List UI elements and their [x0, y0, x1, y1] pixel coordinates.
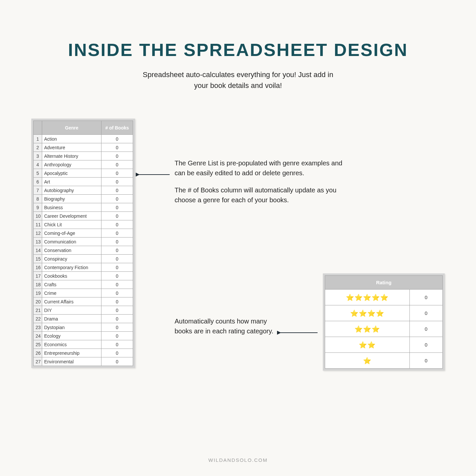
row-number: 3 — [34, 152, 42, 160]
table-row: 15Conspiracy0 — [34, 255, 133, 263]
genre-name: Environmental — [42, 357, 101, 366]
row-number: 14 — [34, 246, 42, 255]
rating-table: Rating ⭐⭐⭐⭐⭐0⭐⭐⭐⭐0⭐⭐⭐0⭐⭐0⭐0 — [325, 275, 443, 369]
genre-count: 0 — [101, 220, 133, 229]
genre-count: 0 — [101, 263, 133, 272]
genre-count: 0 — [101, 143, 133, 152]
table-row: 6Art0 — [34, 178, 133, 186]
table-row: 14Conservation0 — [34, 246, 133, 255]
genre-name: Current Affairs — [42, 297, 101, 306]
table-row: 25Economics0 — [34, 340, 133, 349]
table-row: 23Dystopian0 — [34, 323, 133, 332]
row-number: 2 — [34, 143, 42, 152]
row-number: 7 — [34, 186, 42, 195]
genre-count: 0 — [101, 135, 133, 143]
row-number: 15 — [34, 255, 42, 263]
row-number: 18 — [34, 280, 42, 289]
genre-name: Chick Lit — [42, 220, 101, 229]
genre-callout-p2: The # of Books column will automatically… — [175, 185, 346, 205]
row-number: 9 — [34, 203, 42, 212]
row-number: 17 — [34, 272, 42, 280]
table-row: 21DIY0 — [34, 306, 133, 315]
table-row: 19Crime0 — [34, 289, 133, 297]
genre-count: 0 — [101, 357, 133, 366]
rating-stars: ⭐⭐ — [325, 337, 410, 353]
table-row: ⭐⭐⭐0 — [325, 321, 443, 337]
row-number: 26 — [34, 349, 42, 357]
table-row: ⭐0 — [325, 353, 443, 369]
genre-name: Communication — [42, 238, 101, 246]
genre-name: DIY — [42, 306, 101, 315]
row-number: 21 — [34, 306, 42, 315]
row-number: 27 — [34, 357, 42, 366]
genre-name: Cookbooks — [42, 272, 101, 280]
genre-count: 0 — [101, 169, 133, 178]
row-number: 25 — [34, 340, 42, 349]
rating-count: 0 — [410, 290, 443, 305]
row-number: 6 — [34, 178, 42, 186]
table-row: 13Communication0 — [34, 238, 133, 246]
row-number: 8 — [34, 195, 42, 203]
genre-name: Art — [42, 178, 101, 186]
subtitle-line-2: your book details and voila! — [0, 80, 476, 91]
genre-name: Business — [42, 203, 101, 212]
table-row: 12Coming-of-Age0 — [34, 229, 133, 238]
genre-count: 0 — [101, 255, 133, 263]
genre-name: Adventure — [42, 143, 101, 152]
genre-count: 0 — [101, 238, 133, 246]
page-title: INSIDE THE SPREADSHEET DESIGN — [0, 40, 476, 60]
genre-name: Anthropology — [42, 160, 101, 169]
table-row: 4Anthropology0 — [34, 160, 133, 169]
table-row: 20Current Affairs0 — [34, 297, 133, 306]
table-row: 27Environmental0 — [34, 357, 133, 366]
rating-stars: ⭐⭐⭐ — [325, 321, 410, 337]
subtitle-line-1: Spreadsheet auto-calculates everything f… — [0, 69, 476, 80]
genre-name: Conspiracy — [42, 255, 101, 263]
table-row: 9Business0 — [34, 203, 133, 212]
genre-count: 0 — [101, 306, 133, 315]
table-row: 7Autobiography0 — [34, 186, 133, 195]
row-number: 1 — [34, 135, 42, 143]
genre-name: Coming-of-Age — [42, 229, 101, 238]
genre-count: 0 — [101, 323, 133, 332]
row-number: 5 — [34, 169, 42, 178]
page-subtitle: Spreadsheet auto-calculates everything f… — [0, 69, 476, 91]
row-number: 22 — [34, 315, 42, 323]
genre-name: Conservation — [42, 246, 101, 255]
genre-callout: The Genre List is pre-populated with gen… — [175, 158, 346, 205]
rating-stars: ⭐⭐⭐⭐ — [325, 305, 410, 321]
rating-count: 0 — [410, 353, 443, 369]
row-number: 11 — [34, 220, 42, 229]
rating-stars: ⭐ — [325, 353, 410, 369]
genre-name: Entrepreneurship — [42, 349, 101, 357]
genre-name: Apocalyptic — [42, 169, 101, 178]
rating-stars: ⭐⭐⭐⭐⭐ — [325, 290, 410, 305]
rating-count: 0 — [410, 337, 443, 353]
genre-count: 0 — [101, 160, 133, 169]
genre-header-count: # of Books — [101, 121, 133, 135]
genre-name: Career Development — [42, 212, 101, 220]
genre-name: Action — [42, 135, 101, 143]
table-row: 1Action0 — [34, 135, 133, 143]
genre-callout-p1: The Genre List is pre-populated with gen… — [175, 158, 346, 178]
row-number: 12 — [34, 229, 42, 238]
genre-name: Contemporary Fiction — [42, 263, 101, 272]
table-row: ⭐⭐⭐⭐⭐0 — [325, 290, 443, 305]
genre-name: Crafts — [42, 280, 101, 289]
genre-count: 0 — [101, 246, 133, 255]
rating-callout: Automatically counts how many books are … — [175, 316, 273, 336]
genre-name: Economics — [42, 340, 101, 349]
row-number: 10 — [34, 212, 42, 220]
table-row: 5Apocalyptic0 — [34, 169, 133, 178]
genre-count: 0 — [101, 178, 133, 186]
genre-name: Ecology — [42, 332, 101, 340]
table-row: 8Biography0 — [34, 195, 133, 203]
genre-count: 0 — [101, 229, 133, 238]
genre-header-name: Genre — [42, 121, 101, 135]
genre-name: Biography — [42, 195, 101, 203]
table-row: 18Crafts0 — [34, 280, 133, 289]
rating-count: 0 — [410, 321, 443, 337]
table-row: 11Chick Lit0 — [34, 220, 133, 229]
table-row: 16Contemporary Fiction0 — [34, 263, 133, 272]
genre-count: 0 — [101, 272, 133, 280]
